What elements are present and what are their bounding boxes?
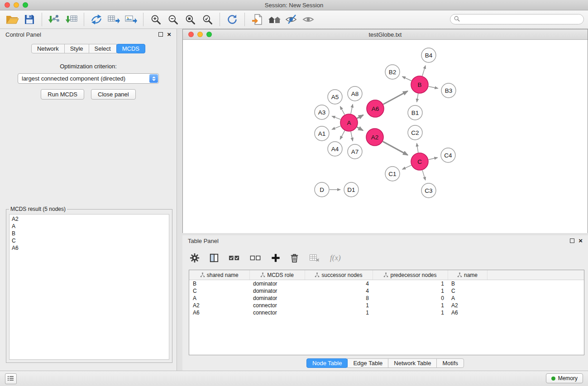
select-all-columns-icon[interactable] bbox=[229, 254, 240, 262]
node-A6[interactable]: A6 bbox=[367, 100, 384, 117]
node-B3[interactable]: B3 bbox=[441, 83, 456, 98]
dropdown-stepper-icon[interactable] bbox=[149, 74, 158, 83]
cell-shared-name[interactable]: A bbox=[189, 295, 249, 302]
table-row[interactable]: Cdominator41C bbox=[189, 287, 584, 295]
import-network-icon[interactable] bbox=[46, 12, 63, 27]
tab-motifs[interactable]: Motifs bbox=[436, 358, 464, 368]
node-C2[interactable]: C2 bbox=[408, 125, 422, 140]
zoom-window-button[interactable] bbox=[23, 2, 28, 8]
cell-predecessor-nodes[interactable]: 1 bbox=[373, 302, 448, 309]
node-B[interactable]: B bbox=[411, 76, 428, 93]
edge-C-C2[interactable] bbox=[417, 143, 418, 153]
refresh-icon[interactable] bbox=[224, 12, 241, 27]
unselect-all-columns-icon[interactable] bbox=[250, 254, 261, 262]
mcds-result-list[interactable]: A2ABCA6 bbox=[9, 214, 169, 360]
close-window-button[interactable] bbox=[5, 2, 10, 8]
delete-table-icon[interactable] bbox=[309, 253, 320, 262]
cell-name[interactable]: B bbox=[448, 280, 487, 288]
node-D[interactable]: D bbox=[315, 182, 329, 197]
node-C4[interactable]: C4 bbox=[441, 148, 455, 162]
network-canvas[interactable]: B4B2BB3A8A5A6A3B1AC2A1A2A4A7C4CC1DD1C3 bbox=[183, 40, 588, 233]
edge-A-A6[interactable] bbox=[357, 115, 363, 119]
mcds-result-item[interactable]: A2 bbox=[12, 215, 167, 223]
tab-node-table[interactable]: Node Table bbox=[306, 358, 348, 368]
add-row-icon[interactable] bbox=[271, 253, 280, 262]
cell-shared-name[interactable]: A2 bbox=[189, 302, 249, 309]
edge-C-C1[interactable] bbox=[402, 165, 411, 169]
column-header-shared-name[interactable]: shared name bbox=[189, 270, 249, 280]
edge-B-B3[interactable] bbox=[429, 86, 438, 88]
cell-name[interactable]: C bbox=[448, 287, 487, 295]
cell-predecessor-nodes[interactable]: 1 bbox=[373, 287, 448, 295]
table-row[interactable]: A6connector11A6 bbox=[189, 309, 584, 316]
zoom-in-icon[interactable] bbox=[147, 12, 164, 27]
memory-button[interactable]: Memory bbox=[546, 373, 583, 383]
show-hide-icon[interactable] bbox=[300, 12, 317, 27]
table-row[interactable]: Adominator80A bbox=[189, 295, 584, 302]
cell-predecessor-nodes[interactable]: 1 bbox=[373, 280, 448, 288]
edge-A-A8[interactable] bbox=[351, 105, 353, 114]
close-panel-icon[interactable] bbox=[167, 32, 171, 37]
tab-network-table[interactable]: Network Table bbox=[388, 358, 437, 368]
node-C1[interactable]: C1 bbox=[385, 167, 400, 181]
graphics-details-icon[interactable] bbox=[283, 12, 300, 27]
edge-B-B4[interactable] bbox=[422, 66, 425, 76]
node-C[interactable]: C bbox=[411, 153, 428, 170]
zoom-selected-icon[interactable] bbox=[199, 12, 216, 27]
node-B1[interactable]: B1 bbox=[408, 105, 422, 120]
tab-select[interactable]: Select bbox=[89, 44, 117, 53]
open-session-icon[interactable] bbox=[249, 12, 266, 27]
optimization-dropdown[interactable]: largest connected component (directed) bbox=[18, 73, 159, 84]
tab-style[interactable]: Style bbox=[64, 44, 89, 53]
cell-successor-nodes[interactable]: 1 bbox=[305, 302, 373, 309]
cell-predecessor-nodes[interactable]: 0 bbox=[373, 295, 448, 302]
tab-mcds[interactable]: MCDS bbox=[116, 44, 145, 53]
edge-B-B2[interactable] bbox=[402, 76, 411, 81]
node-A1[interactable]: A1 bbox=[315, 126, 329, 141]
function-builder-icon[interactable]: f(x) bbox=[330, 253, 341, 262]
cell-shared-name[interactable]: A6 bbox=[189, 309, 249, 316]
cell-MCDS-role[interactable]: connector bbox=[249, 309, 305, 316]
tab-edge-table[interactable]: Edge Table bbox=[347, 358, 388, 368]
node-B4[interactable]: B4 bbox=[421, 48, 436, 62]
close-table-panel-icon[interactable] bbox=[578, 238, 583, 243]
zoom-out-icon[interactable] bbox=[164, 12, 182, 27]
home-icon[interactable] bbox=[266, 12, 283, 27]
cell-MCDS-role[interactable]: dominator bbox=[249, 287, 305, 295]
search-box[interactable] bbox=[450, 14, 584, 24]
cell-predecessor-nodes[interactable]: 1 bbox=[373, 309, 448, 316]
node-A7[interactable]: A7 bbox=[348, 144, 362, 159]
float-panel-icon[interactable] bbox=[158, 32, 163, 37]
node-A[interactable]: A bbox=[340, 114, 358, 131]
cell-successor-nodes[interactable]: 1 bbox=[305, 309, 373, 316]
cell-MCDS-role[interactable]: dominator bbox=[249, 295, 305, 302]
cell-name[interactable]: A2 bbox=[448, 302, 487, 309]
cell-shared-name[interactable]: B bbox=[189, 280, 249, 288]
node-A8[interactable]: A8 bbox=[348, 86, 362, 101]
export-table-icon[interactable] bbox=[105, 12, 122, 27]
task-history-button[interactable] bbox=[5, 373, 17, 384]
cell-name[interactable]: A6 bbox=[448, 309, 487, 316]
network-window-titlebar[interactable]: testGlobe.txt bbox=[183, 29, 588, 40]
column-header-MCDS-role[interactable]: MCDS role bbox=[249, 270, 305, 280]
search-input[interactable] bbox=[463, 16, 580, 23]
node-D1[interactable]: D1 bbox=[344, 182, 359, 197]
node-A3[interactable]: A3 bbox=[315, 105, 329, 119]
cell-successor-nodes[interactable]: 8 bbox=[305, 295, 373, 302]
cell-successor-nodes[interactable]: 4 bbox=[305, 280, 373, 288]
import-table-icon[interactable] bbox=[63, 12, 80, 27]
network-graph[interactable]: B4B2BB3A8A5A6A3B1AC2A1A2A4A7C4CC1DD1C3 bbox=[183, 40, 588, 233]
folder-open-icon[interactable] bbox=[4, 12, 21, 27]
table-row[interactable]: A2connector11A2 bbox=[189, 302, 584, 309]
node-C3[interactable]: C3 bbox=[421, 183, 436, 198]
run-mcds-button[interactable]: Run MCDS bbox=[41, 89, 84, 100]
delete-rows-icon[interactable] bbox=[290, 253, 299, 263]
edge-A-A3[interactable] bbox=[332, 116, 340, 119]
network-zoom-button[interactable] bbox=[206, 32, 212, 37]
node-A4[interactable]: A4 bbox=[328, 142, 342, 156]
minimize-window-button[interactable] bbox=[14, 2, 19, 8]
edge-B-B1[interactable] bbox=[417, 94, 418, 102]
edge-A2-C[interactable] bbox=[383, 142, 408, 155]
table-row[interactable]: Bdominator41B bbox=[189, 280, 584, 288]
show-columns-icon[interactable] bbox=[210, 253, 219, 262]
